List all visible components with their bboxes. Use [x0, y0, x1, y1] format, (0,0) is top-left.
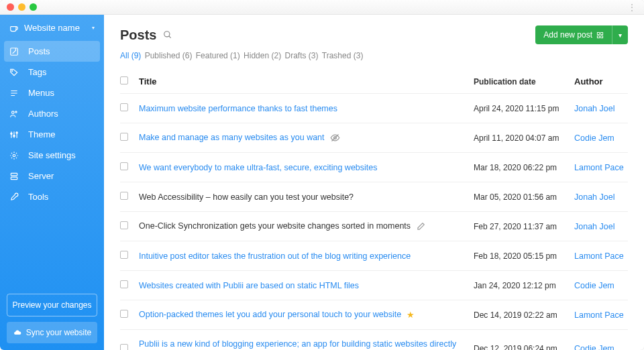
row-checkbox[interactable]	[120, 192, 128, 200]
filter-tab[interactable]: Trashed (3)	[322, 51, 364, 60]
post-author-link[interactable]: Lamont Pace	[574, 163, 624, 172]
sidebar-item-tools[interactable]: Tools	[0, 186, 104, 207]
post-title-link[interactable]: We want everybody to make ultra-fast, se…	[139, 163, 377, 172]
svg-rect-20	[597, 36, 599, 38]
svg-point-5	[12, 111, 15, 113]
nav-label: Tags	[28, 67, 46, 77]
svg-rect-14	[11, 173, 17, 176]
page-title: Posts	[120, 27, 156, 43]
post-author-link[interactable]: Lamont Pace	[574, 251, 624, 261]
filter-tab[interactable]: Featured (1)	[196, 51, 242, 60]
hidden-icon	[330, 133, 340, 143]
nav-icon	[9, 109, 23, 119]
svg-point-6	[15, 111, 17, 112]
add-new-post-dropdown[interactable]: ▾	[612, 25, 628, 44]
post-date: April 11, 2020 04:07 am	[474, 133, 574, 143]
featured-icon: ★	[407, 310, 415, 320]
column-header-title[interactable]: Title	[139, 76, 474, 86]
post-title-link[interactable]: Maximum website performance thanks to fa…	[139, 104, 337, 113]
post-title-link[interactable]: Publii is a new kind of blogging experie…	[139, 339, 456, 350]
post-author-link[interactable]: Lamont Pace	[574, 310, 624, 320]
sidebar-item-menus[interactable]: Menus	[0, 82, 104, 103]
post-author-link[interactable]: Codie Jem	[574, 281, 614, 290]
nav-icon	[9, 192, 23, 202]
filter-tab[interactable]: Drafts (3)	[284, 51, 320, 60]
post-title-link[interactable]: One-Click Synchronization gets your webs…	[139, 221, 411, 231]
svg-point-12	[16, 131, 17, 133]
sidebar-item-server[interactable]: Server	[0, 166, 104, 186]
svg-line-17	[169, 36, 171, 38]
table-row: We want everybody to make ultra-fast, se…	[120, 153, 628, 182]
row-checkbox[interactable]	[120, 162, 128, 170]
table-row: Publii is a new kind of blogging experie…	[120, 330, 628, 350]
filter-tab[interactable]: Published (6)	[145, 51, 195, 60]
table-row: One-Click Synchronization gets your webs…	[120, 212, 628, 241]
sidebar: Website name ▾ PostsTagsMenusAuthorsThem…	[0, 15, 104, 350]
svg-point-1	[12, 70, 13, 71]
row-checkbox[interactable]	[120, 103, 128, 111]
preview-button[interactable]: Preview your changes	[7, 294, 97, 316]
row-checkbox[interactable]	[120, 344, 128, 350]
sidebar-item-authors[interactable]: Authors	[0, 103, 104, 124]
nav-icon	[9, 151, 23, 160]
post-title-link[interactable]: Make and manage as many websites as you …	[139, 133, 325, 142]
table-header: Title Publication date Author	[120, 70, 628, 94]
sidebar-item-site-settings[interactable]: Site settings	[0, 145, 104, 166]
table-row: Option-packed themes let you add your pe…	[120, 300, 628, 330]
row-checkbox[interactable]	[120, 133, 128, 141]
main-content: Posts Add new post ▾ All (9) Published (…	[104, 15, 644, 350]
nav-icon	[9, 130, 23, 139]
post-author-link[interactable]: Codie Jem	[574, 344, 614, 350]
nav-label: Server	[28, 171, 54, 181]
site-name: Website name	[24, 23, 80, 33]
row-checkbox[interactable]	[120, 280, 128, 288]
site-selector[interactable]: Website name ▾	[0, 15, 104, 41]
row-checkbox[interactable]	[120, 251, 128, 259]
svg-point-16	[164, 32, 170, 37]
grid-icon	[596, 32, 604, 39]
svg-rect-19	[600, 32, 602, 34]
nav-label: Authors	[28, 109, 58, 119]
row-checkbox[interactable]	[120, 310, 128, 318]
post-date: Mar 18, 2020 06:22 pm	[474, 163, 574, 172]
post-title-link[interactable]: Option-packed themes let you add your pe…	[139, 310, 401, 319]
row-checkbox[interactable]	[120, 221, 128, 229]
post-date: Dec 12, 2019 06:24 pm	[474, 344, 574, 350]
sidebar-item-theme[interactable]: Theme	[0, 124, 104, 145]
post-title-link[interactable]: Intuitive post editor takes the frustrat…	[139, 251, 411, 261]
column-header-author[interactable]: Author	[574, 76, 628, 86]
post-author-link[interactable]: Jonah Joel	[574, 192, 614, 202]
column-header-date[interactable]: Publication date	[474, 77, 574, 86]
select-all-checkbox[interactable]	[120, 76, 128, 84]
table-row: Maximum website performance thanks to fa…	[120, 94, 628, 123]
minimize-window-button[interactable]	[18, 3, 25, 11]
post-filters: All (9) Published (6) Featured (1) Hidde…	[120, 51, 628, 60]
nav-icon	[9, 68, 23, 77]
post-author-link[interactable]: Codie Jem	[574, 133, 614, 143]
post-date: Dec 14, 2019 02:22 am	[474, 310, 574, 320]
add-new-post-button[interactable]: Add new post	[535, 25, 612, 44]
post-title-link[interactable]: Web Accessibility – how easily can you t…	[139, 192, 354, 202]
sync-button[interactable]: Sync your website	[7, 322, 97, 343]
search-icon[interactable]	[163, 30, 172, 40]
nav-icon	[9, 172, 23, 181]
overflow-menu-icon[interactable]: ⋮	[627, 3, 637, 12]
nav-label: Tools	[28, 192, 48, 202]
post-title-link[interactable]: Websites created with Publii are based o…	[139, 281, 359, 290]
sidebar-item-tags[interactable]: Tags	[0, 62, 104, 82]
svg-point-10	[11, 133, 12, 134]
post-date: Feb 27, 2020 11:37 am	[474, 222, 574, 231]
svg-rect-15	[11, 177, 17, 180]
post-author-link[interactable]: Jonah Joel	[574, 104, 614, 113]
post-author-link[interactable]: Jonah Joel	[574, 222, 614, 231]
site-icon	[9, 23, 19, 33]
svg-rect-21	[600, 36, 602, 38]
chevron-down-icon: ▾	[92, 25, 95, 31]
nav-label: Menus	[28, 88, 54, 98]
svg-point-13	[13, 154, 15, 157]
sidebar-item-posts[interactable]: Posts	[4, 41, 100, 62]
filter-tab[interactable]: Hidden (2)	[244, 51, 283, 60]
close-window-button[interactable]	[7, 3, 14, 11]
maximize-window-button[interactable]	[30, 3, 37, 11]
filter-tab[interactable]: All (9)	[120, 51, 144, 60]
